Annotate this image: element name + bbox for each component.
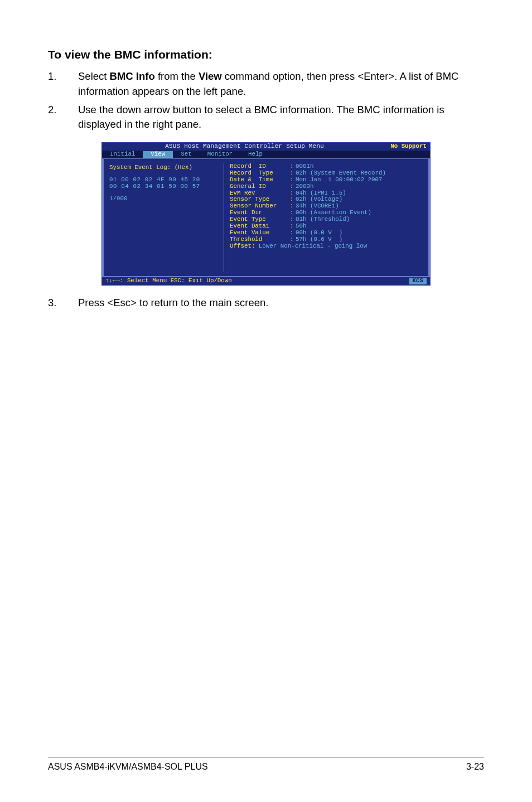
terminal-footer-right: KCS (409, 278, 427, 284)
record-field: Record Type : 02h (System Event Record) (230, 170, 425, 177)
terminal-right-pane: Record ID : 0001hRecord Type : 02h (Syst… (224, 163, 425, 272)
sel-hex-row-1: 01 00 02 02 4F 90 45 20 (109, 177, 220, 183)
step-item: 2.Use the down arrow button to select a … (48, 103, 484, 133)
footer-rule (48, 757, 484, 757)
record-offset-value: Lower Non-critical - going low (255, 243, 367, 250)
record-field-key: Date & Time (230, 177, 290, 183)
terminal-menu-item: Set (173, 151, 199, 158)
terminal-nosupport: No Support (387, 143, 430, 151)
step-text: Use the down arrow button to select a BM… (78, 103, 484, 133)
sel-hex-row-2: 00 04 02 34 01 50 00 57 (109, 183, 220, 190)
footer-right: 3-23 (466, 762, 484, 772)
record-field-sep: : (290, 177, 296, 183)
section-heading: To view the BMC information: (48, 48, 484, 61)
record-field-sep: : (290, 236, 296, 243)
record-offset: Offset: Lower Non-critical - going low (230, 243, 425, 250)
record-field: Event Value : 00h (0.0 V ) (230, 230, 425, 236)
record-field-sep: : (290, 223, 296, 230)
terminal-menu-item: Monitor (200, 151, 240, 158)
footer-left: ASUS ASMB4-iKVM/ASMB4-SOL PLUS (48, 762, 208, 772)
record-field: Event Data1 : 50h (230, 223, 425, 230)
step-text: Select BMC Info from the View command op… (78, 69, 484, 99)
sel-header: System Event Log: (Hex) (109, 165, 220, 171)
record-field-value: 50h (296, 223, 306, 230)
record-field: General ID : 2000h (230, 183, 425, 190)
sel-index: 1/900 (109, 196, 220, 202)
record-offset-key: Offset: (230, 243, 255, 250)
record-field-value: Mon Jan 1 00:00:02 2007 (296, 177, 383, 183)
record-field-value: 57h (0.6 V ) (296, 236, 342, 243)
step-text: Press <Esc> to return to the main screen… (78, 296, 484, 311)
terminal-screenshot: ASUS Host Management Controller Setup Me… (48, 142, 484, 286)
step-number: 3. (48, 296, 78, 311)
terminal-footer-left: ↑↓←→: Select Menu ESC: Exit Up/Down (105, 278, 409, 284)
step-item: 3.Press <Esc> to return to the main scre… (48, 296, 484, 311)
record-field-key: General ID (230, 183, 290, 190)
record-field-value: 2000h (296, 183, 313, 190)
steps-list-after: 3.Press <Esc> to return to the main scre… (48, 296, 484, 311)
record-field-key: Event Data1 (230, 223, 290, 230)
record-field-value: 02h (System Event Record) (296, 170, 386, 177)
record-field-sep: : (290, 230, 296, 236)
page-footer: ASUS ASMB4-iKVM/ASMB4-SOL PLUS 3-23 (48, 757, 484, 772)
terminal-menu-item: Help (240, 151, 270, 158)
step-item: 1.Select BMC Info from the View command … (48, 69, 484, 99)
record-field: Threshold : 57h (0.6 V ) (230, 236, 425, 243)
record-field-key: Event Value (230, 230, 290, 236)
record-field-sep: : (290, 183, 296, 190)
terminal-title: ASUS Host Management Controller Setup Me… (102, 143, 387, 151)
terminal-menu: InitialViewSetMonitorHelp (102, 151, 430, 158)
record-field-key: Threshold (230, 236, 290, 243)
steps-list-before: 1.Select BMC Info from the View command … (48, 69, 484, 132)
terminal-left-pane: System Event Log: (Hex) 01 00 02 02 4F 9… (107, 163, 224, 272)
record-field-key: Record Type (230, 170, 290, 177)
terminal-menu-item: View (143, 151, 173, 158)
step-number: 1. (48, 69, 78, 99)
step-number: 2. (48, 103, 78, 133)
record-field-value: 00h (0.0 V ) (296, 230, 342, 236)
record-field-sep: : (290, 170, 296, 177)
terminal-menu-item: Initial (102, 151, 143, 158)
record-field: Date & Time : Mon Jan 1 00:00:02 2007 (230, 177, 425, 183)
